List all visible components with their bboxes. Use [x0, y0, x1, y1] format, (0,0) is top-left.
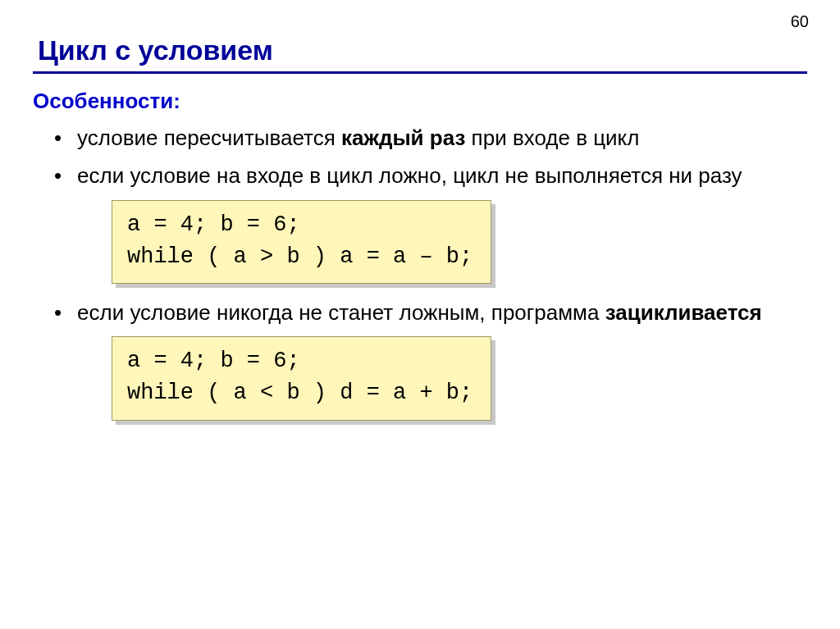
bullet-text: если условие на входе в цикл ложно, цикл… [77, 163, 742, 188]
bullet-item: если условие никогда не станет ложным, п… [54, 299, 807, 326]
bullet-strong: зацикливается [605, 300, 762, 325]
slide: 60 Цикл с условием Особенности: условие … [0, 0, 840, 629]
bullet-strong: каждый раз [341, 125, 465, 150]
bullet-text: при входе в цикл [465, 125, 639, 150]
bullet-item: условие пересчитывается каждый раз при в… [54, 124, 807, 152]
slide-title: Цикл с условием [38, 34, 807, 66]
title-rule [33, 71, 807, 74]
code-block-2: a = 4; b = 6; while ( a < b ) d = a + b; [112, 336, 491, 420]
bullet-item: если условие на входе в цикл ложно, цикл… [54, 162, 807, 189]
section-heading: Особенности: [33, 89, 807, 114]
bullet-text: условие пересчитывается [77, 125, 341, 150]
bullet-text: если условие никогда не станет ложным, п… [77, 300, 605, 325]
bullet-list: если условие никогда не станет ложным, п… [54, 299, 807, 326]
code-block-1: a = 4; b = 6; while ( a > b ) a = a – b; [112, 200, 491, 284]
page-number: 60 [791, 12, 809, 31]
code-block-wrap: a = 4; b = 6; while ( a > b ) a = a – b; [112, 200, 807, 284]
code-block-wrap: a = 4; b = 6; while ( a < b ) d = a + b; [112, 336, 807, 420]
bullet-list: условие пересчитывается каждый раз при в… [54, 124, 807, 190]
